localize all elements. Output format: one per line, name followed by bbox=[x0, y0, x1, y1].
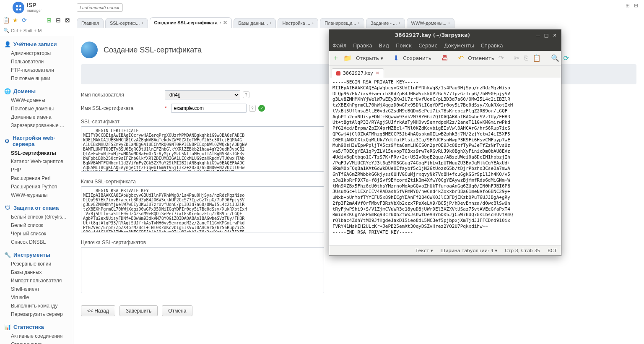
toolbar-add-icon[interactable]: ⊞ bbox=[46, 17, 52, 23]
sidebar-item[interactable]: Активные соединения bbox=[0, 332, 73, 340]
ok-check-icon: ✓ bbox=[258, 105, 265, 112]
sidebar-item[interactable]: PHP bbox=[0, 166, 73, 174]
editor-cut-icon[interactable]: ✂ bbox=[514, 54, 519, 62]
logo-text: ISP bbox=[27, 2, 36, 8]
editor-save-button[interactable]: Сохранить bbox=[403, 55, 431, 61]
key-textarea[interactable]: -----BEGIN RSA PRIVATE KEY----- MIIEpAIB… bbox=[81, 186, 324, 232]
editor-minimize-icon[interactable]: — bbox=[535, 32, 541, 38]
required-marker: * bbox=[165, 105, 167, 111]
sidebar-item[interactable]: Администраторы bbox=[0, 49, 73, 57]
sidebar-item[interactable]: Список DNSBL bbox=[0, 238, 73, 246]
editor-undo-icon[interactable]: ↶ bbox=[458, 54, 464, 62]
editor-file-tab[interactable]: 3862927.key ✕ bbox=[332, 68, 384, 78]
toolbar-remove-icon[interactable]: ⊟ bbox=[55, 17, 62, 23]
tab-2[interactable]: Создание SSL-сертификата›✕ bbox=[150, 17, 232, 28]
editor-tabwidth[interactable]: Ширина табуляции: 4 ▾ bbox=[440, 248, 497, 253]
editor-menu-item[interactable]: Справка bbox=[481, 43, 503, 49]
editor-tab-close-icon[interactable]: ✕ bbox=[376, 70, 379, 76]
sidebar-section-1[interactable]: 🌐Домены bbox=[0, 86, 73, 96]
sidebar-item[interactable]: Расширения Perl bbox=[0, 174, 73, 182]
editor-search-icon[interactable]: 🔍 bbox=[551, 54, 559, 62]
sidebar-item[interactable]: Базы данных bbox=[0, 268, 73, 276]
sidebar-item[interactable]: Пользователи bbox=[0, 57, 73, 66]
editor-menu-item[interactable]: Документы bbox=[444, 43, 474, 49]
cert-textarea[interactable]: -----BEGIN CERTIFICATE----- MIIFYDCCBEig… bbox=[81, 126, 324, 172]
editor-menu-item[interactable]: Правка bbox=[353, 43, 372, 49]
sidebar-section-5[interactable]: 📊Статистика bbox=[0, 322, 73, 332]
sidebar-item[interactable]: Virusdie bbox=[0, 293, 73, 302]
sidebar-item[interactable]: Выполнить команду bbox=[0, 302, 73, 310]
editor-menu-item[interactable]: Вид bbox=[379, 43, 389, 49]
help-icon[interactable]: ? bbox=[243, 91, 249, 98]
sidebar-section-0[interactable]: 👤Учётные записи bbox=[0, 39, 73, 49]
user-label: Имя пользователя bbox=[81, 92, 165, 98]
sidebar-section-3[interactable]: 🛡Защита от спама bbox=[0, 203, 73, 213]
editor-maximize-icon[interactable]: □ bbox=[543, 32, 549, 38]
sidebar-section-icon: 📊 bbox=[4, 323, 11, 330]
shortcut-search-input[interactable] bbox=[3, 26, 62, 35]
sidebar-item[interactable]: Белый список bbox=[0, 221, 73, 229]
sidebar-item[interactable]: Почтовые ящики bbox=[0, 74, 73, 83]
sidebar-item[interactable]: Почтовые домены bbox=[0, 104, 73, 113]
tab-close-icon[interactable]: ✕ bbox=[223, 20, 227, 26]
toolbar-star-icon[interactable]: ★ bbox=[12, 17, 18, 23]
sidebar-item[interactable]: Расширения Python bbox=[0, 182, 73, 191]
sidebar-item[interactable]: Черный список bbox=[0, 229, 73, 238]
toolbar-copy-icon[interactable]: 📋 bbox=[3, 17, 9, 23]
editor-redo-icon[interactable]: ↷ bbox=[499, 54, 504, 62]
toolbar-refresh-icon[interactable]: ⟳ bbox=[21, 17, 28, 23]
user-select[interactable]: dn4g bbox=[165, 90, 240, 99]
editor-copy-icon[interactable]: ⎘ bbox=[524, 54, 528, 62]
editor-menubar: ФайлПравкаВидПоискСервисДокументыСправка bbox=[329, 41, 561, 51]
editor-menu-item[interactable]: Сервис bbox=[418, 43, 437, 49]
sslname-input[interactable] bbox=[171, 104, 247, 113]
editor-open-button[interactable]: Открыть ▾ bbox=[356, 55, 383, 61]
sidebar-item[interactable]: Зарезервированные ... bbox=[0, 121, 73, 130]
help-icon[interactable]: ? bbox=[249, 105, 256, 112]
editor-insert-mode: ВСТ bbox=[548, 248, 557, 253]
editor-menu-item[interactable]: Поиск bbox=[396, 43, 412, 49]
editor-print-icon[interactable]: 🖶 bbox=[441, 54, 448, 62]
page-title: Создание SSL-сертификата bbox=[104, 46, 202, 55]
sidebar-item[interactable]: Импорт пользователя bbox=[0, 276, 73, 285]
editor-replace-icon[interactable]: ⟳ bbox=[564, 54, 569, 62]
editor-close-icon[interactable]: ✕ bbox=[552, 32, 558, 38]
toolbar-close-icon[interactable]: ⊠ bbox=[64, 17, 71, 23]
chevron-icon: › bbox=[142, 21, 143, 25]
sidebar-item[interactable]: Резервные копии bbox=[0, 260, 73, 268]
global-search-input[interactable] bbox=[77, 3, 123, 12]
sidebar-item[interactable]: Shell-клиент bbox=[0, 285, 73, 293]
editor-undo-button[interactable]: Отменить bbox=[468, 55, 494, 61]
tabs-bar: ГлавнаяSSL-сертиф...›Создание SSL-сертиф… bbox=[73, 13, 458, 28]
chain-textarea[interactable] bbox=[81, 247, 324, 293]
sidebar-item[interactable]: Ограничения bbox=[0, 340, 73, 344]
sidebar-item[interactable]: WWW-журналы bbox=[0, 191, 73, 199]
editor-save-icon[interactable]: ⬇ bbox=[393, 54, 399, 62]
editor-paste-icon[interactable]: 📋 bbox=[532, 54, 541, 62]
cancel-button[interactable]: Отмена bbox=[162, 305, 192, 316]
header-icon-1[interactable]: ⊞ bbox=[626, 3, 631, 8]
chevron-icon: › bbox=[358, 21, 359, 25]
sidebar-item[interactable]: SSL-сертификаты bbox=[0, 149, 73, 157]
editor-mode[interactable]: Текст ▾ bbox=[415, 248, 433, 253]
editor-menu-item[interactable]: Файл bbox=[332, 43, 346, 49]
sidebar-item[interactable]: Доменные имена bbox=[0, 113, 73, 121]
sidebar-item[interactable]: Белый список (Greylis... bbox=[0, 213, 73, 221]
sidebar-section-2[interactable]: ⚙Настройки web-сервера bbox=[0, 133, 73, 149]
sidebar-item[interactable]: Каталог Web-скриптов bbox=[0, 157, 73, 166]
editor-folder-icon[interactable]: 📁 bbox=[343, 54, 352, 62]
editor-body[interactable]: -----BEGIN RSA PRIVATE KEY----- MIIEpAIB… bbox=[329, 78, 561, 245]
header-icon-2[interactable]: ⊟ bbox=[634, 3, 640, 8]
editor-text-content[interactable]: -----BEGIN RSA PRIVATE KEY----- MIIEpAIB… bbox=[332, 79, 558, 235]
editor-new-icon[interactable]: ＋ bbox=[332, 54, 339, 63]
page-globe-icon bbox=[81, 42, 98, 58]
back-button[interactable]: << Назад bbox=[81, 305, 115, 316]
chevron-icon: › bbox=[270, 21, 271, 25]
sidebar-item[interactable]: FTP-пользователи bbox=[0, 66, 73, 74]
finish-button[interactable]: Завершить bbox=[119, 305, 158, 316]
sidebar-item[interactable]: WWW-домены bbox=[0, 96, 73, 104]
chevron-icon: › bbox=[399, 21, 400, 25]
editor-tab-dot-icon bbox=[336, 71, 340, 76]
sidebar-section-4[interactable]: 🔧Инструменты bbox=[0, 250, 73, 260]
sidebar-item[interactable]: Перезагрузить сервер bbox=[0, 310, 73, 318]
